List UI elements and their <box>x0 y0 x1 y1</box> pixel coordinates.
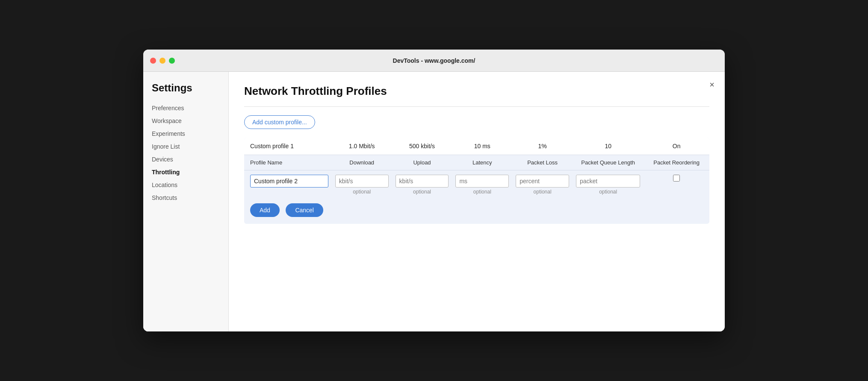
latency-input[interactable] <box>455 175 509 188</box>
titlebar: DevTools - www.google.com/ <box>143 50 725 72</box>
traffic-lights <box>150 58 175 64</box>
close-button[interactable]: × <box>709 80 714 89</box>
devtools-window: DevTools - www.google.com/ Settings Pref… <box>143 50 725 331</box>
add-button[interactable]: Add <box>250 203 280 217</box>
cancel-button[interactable]: Cancel <box>286 203 323 217</box>
existing-profile-name: Custom profile 1 <box>244 138 332 155</box>
sidebar-item-preferences[interactable]: Preferences <box>152 102 228 114</box>
action-row: Add Cancel <box>244 199 709 224</box>
divider <box>244 106 709 107</box>
sidebar-item-throttling[interactable]: Throttling <box>152 166 228 179</box>
minimize-traffic-light[interactable] <box>159 58 165 64</box>
loss-input[interactable] <box>516 175 569 188</box>
maximize-traffic-light[interactable] <box>169 58 175 64</box>
add-custom-profile-button[interactable]: Add custom profile... <box>244 115 315 129</box>
existing-latency: 10 ms <box>452 138 512 155</box>
col-header-queue: Packet Queue Length <box>573 155 644 170</box>
download-input[interactable] <box>335 175 389 188</box>
existing-queue: 10 <box>573 138 644 155</box>
loss-hint: optional <box>516 189 569 195</box>
sidebar-item-locations[interactable]: Locations <box>152 179 228 191</box>
existing-reorder: On <box>644 138 709 155</box>
sidebar-item-devices[interactable]: Devices <box>152 153 228 166</box>
col-header-name: Profile Name <box>244 155 332 170</box>
col-header-reorder: Packet Reordering <box>644 155 709 170</box>
queue-hint: optional <box>576 189 640 195</box>
sidebar-heading: Settings <box>152 82 228 94</box>
upload-input[interactable] <box>396 175 449 188</box>
col-header-download: Download <box>332 155 392 170</box>
existing-loss: 1% <box>512 138 573 155</box>
profiles-table: Custom profile 1 1.0 Mbit/s 500 kbit/s 1… <box>244 138 709 224</box>
close-traffic-light[interactable] <box>150 58 156 64</box>
sidebar-item-ignore-list[interactable]: Ignore List <box>152 140 228 153</box>
sidebar-item-shortcuts[interactable]: Shortcuts <box>152 191 228 204</box>
download-hint: optional <box>335 189 389 195</box>
existing-upload: 500 kbit/s <box>392 138 452 155</box>
reorder-checkbox[interactable] <box>673 175 680 182</box>
latency-hint: optional <box>455 189 509 195</box>
main-content: × Network Throttling Profiles Add custom… <box>229 72 725 331</box>
new-profile-row: optional optional optional optional <box>244 170 709 199</box>
table-row: Custom profile 1 1.0 Mbit/s 500 kbit/s 1… <box>244 138 709 155</box>
window-body: Settings Preferences Workspace Experimen… <box>143 72 725 331</box>
page-title: Network Throttling Profiles <box>244 85 709 98</box>
upload-hint: optional <box>396 189 449 195</box>
sidebar: Settings Preferences Workspace Experimen… <box>143 72 229 331</box>
sidebar-item-experiments[interactable]: Experiments <box>152 127 228 140</box>
table-header-row: Profile Name Download Upload Latency Pac… <box>244 155 709 170</box>
existing-download: 1.0 Mbit/s <box>332 138 392 155</box>
col-header-upload: Upload <box>392 155 452 170</box>
queue-input[interactable] <box>576 175 640 188</box>
sidebar-item-workspace[interactable]: Workspace <box>152 114 228 127</box>
window-title: DevTools - www.google.com/ <box>393 57 475 64</box>
col-header-loss: Packet Loss <box>512 155 573 170</box>
profile-name-input[interactable] <box>250 175 328 188</box>
col-header-latency: Latency <box>452 155 512 170</box>
